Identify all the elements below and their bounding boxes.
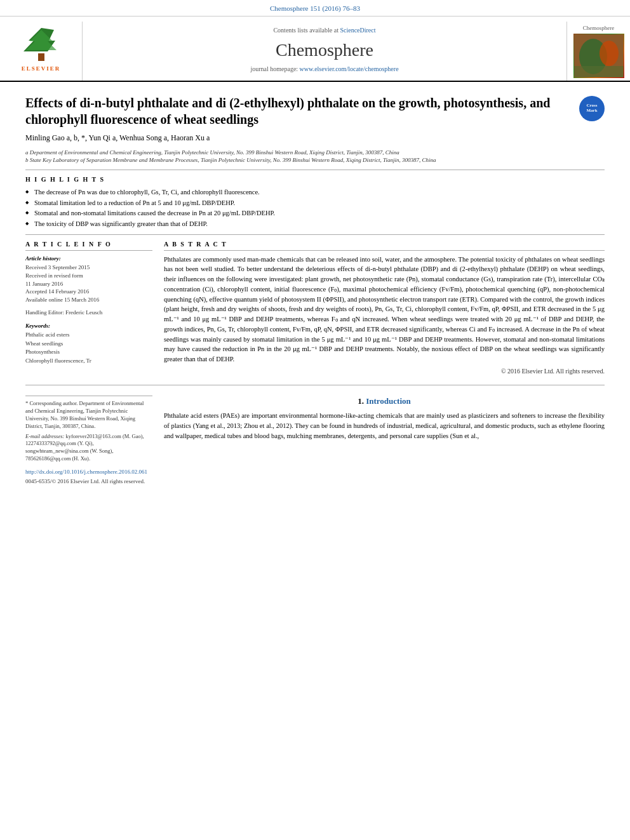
abstract-column: A B S T R A C T Phthalates are commonly … [164, 240, 605, 376]
page: Chemosphere 151 (2016) 76–83 ELSEVIER Co… [0, 0, 630, 840]
divider-3 [25, 385, 605, 385]
article-history: Article history: Received 3 September 20… [25, 255, 152, 304]
sciencedirect-link[interactable]: ScienceDirect [340, 27, 375, 34]
article-body: Effects of di-n-butyl phthalate and di (… [0, 82, 630, 498]
available-date: Available online 15 March 2016 [25, 296, 152, 304]
svg-rect-0 [38, 53, 44, 61]
sciencedirect-line: Contents lists available at ScienceDirec… [273, 26, 375, 35]
affiliations: a Department of Environmental and Chemic… [25, 149, 605, 164]
keyword-1: Phthalic acid esters [25, 331, 152, 340]
authors-text: Minling Gao a, b, *, Yun Qi a, Wenhua So… [25, 133, 210, 142]
journal-center-header: Contents lists available at ScienceDirec… [83, 22, 566, 81]
elsevier-logo: ELSEVIER [16, 25, 67, 73]
section-number-text: 1. [358, 396, 364, 406]
journal-homepage-line: journal homepage: www.elsevier.com/locat… [250, 65, 398, 74]
article-title: Effects of di-n-butyl phthalate and di (… [25, 95, 573, 128]
highlight-item: The toxicity of DBP was significantly gr… [25, 220, 605, 229]
section-heading: 1. Introduction [164, 396, 605, 407]
crossmark-badge[interactable]: CrossMark [579, 96, 605, 121]
revised-date: 11 January 2016 [25, 280, 152, 288]
affiliation-a: a Department of Environmental and Chemic… [25, 149, 605, 157]
svg-rect-6 [574, 66, 624, 77]
authors-line: Minling Gao a, b, *, Yun Qi a, Wenhua So… [25, 133, 605, 143]
email-label: E-mail addresses: [25, 433, 64, 439]
received-date: Received 3 September 2015 [25, 263, 152, 272]
highlights-list: The decrease of Pn was due to chlorophyl… [25, 188, 605, 229]
affiliation-b: b State Key Laboratory of Separation Mem… [25, 156, 605, 164]
keyword-3: Photosynthesis [25, 348, 152, 357]
handling-editor: Handling Editor: Frederic Leusch [25, 309, 152, 317]
keywords-section: Keywords: Phthalic acid esters Wheat see… [25, 322, 152, 366]
highlight-item: Stomatal limitation led to a reduction o… [25, 199, 605, 208]
publisher-logo-area: ELSEVIER [0, 22, 83, 81]
sciencedirect-text: Contents lists available at [273, 27, 340, 34]
citation-text: Chemosphere 151 (2016) 76–83 [270, 4, 360, 12]
journal-header: ELSEVIER Contents lists available at Sci… [0, 17, 630, 82]
highlights-section: H I G H L I G H T S The decrease of Pn w… [25, 175, 605, 229]
keyword-4: Chlorophyll fluorescence, Tr [25, 357, 152, 366]
journal-cover-area: Chemosphere [566, 22, 630, 81]
svg-point-5 [600, 41, 619, 66]
handling-editor-text: Handling Editor: Frederic Leusch [25, 309, 152, 317]
footnote-area: * Corresponding author. Department of En… [25, 396, 152, 463]
history-label: Article history: [25, 255, 152, 263]
revised-label: Received in revised form [25, 272, 152, 280]
crossmark-icon: CrossMark [579, 96, 605, 121]
journal-name: Chemosphere [276, 37, 373, 62]
homepage-text: journal homepage: [250, 65, 299, 72]
keyword-2: Wheat seedlings [25, 340, 152, 349]
journal-citation: Chemosphere 151 (2016) 76–83 [0, 0, 630, 17]
homepage-link[interactable]: www.elsevier.com/locate/chemosphere [300, 65, 399, 72]
divider-1 [25, 170, 605, 170]
email-line: E-mail addresses: kyforever2013@163.com … [25, 433, 152, 463]
issn-line: 0045-6535/© 2016 Elsevier Ltd. All right… [25, 477, 152, 486]
copyright-line: © 2016 Elsevier Ltd. All rights reserved… [164, 367, 605, 376]
introduction-section: * Corresponding author. Department of En… [25, 396, 605, 485]
journal-cover-image [573, 34, 624, 78]
abstract-title: A B S T R A C T [164, 240, 605, 251]
introduction-text-column: 1. Introduction Phthalate acid esters (P… [164, 396, 605, 485]
cover-label: Chemosphere [583, 24, 615, 32]
keywords-list: Phthalic acid esters Wheat seedlings Pho… [25, 331, 152, 365]
highlight-item: Stomatal and non-stomatal limitations ca… [25, 209, 605, 218]
introduction-paragraph: Phthalate acid esters (PAEs) are importa… [164, 411, 605, 441]
elsevier-label: ELSEVIER [22, 65, 61, 73]
elsevier-tree-icon [16, 25, 67, 63]
divider-2 [25, 234, 605, 235]
accepted-date: Accepted 14 February 2016 [25, 288, 152, 296]
section-link[interactable]: Introduction [366, 396, 411, 406]
keywords-label: Keywords: [25, 322, 152, 330]
highlights-title: H I G H L I G H T S [25, 175, 605, 184]
footnote-column: * Corresponding author. Department of En… [25, 396, 152, 485]
title-area: Effects of di-n-butyl phthalate and di (… [25, 95, 605, 128]
article-info-abstract: A R T I C L E I N F O Article history: R… [25, 240, 605, 376]
abstract-text: Phthalates are commonly used man-made ch… [164, 255, 605, 364]
article-info-column: A R T I C L E I N F O Article history: R… [25, 240, 152, 376]
corresponding-note: * Corresponding author. Department of En… [25, 400, 152, 430]
article-info-title: A R T I C L E I N F O [25, 240, 152, 251]
highlight-item: The decrease of Pn was due to chlorophyl… [25, 188, 605, 197]
doi-link[interactable]: http://dx.doi.org/10.1016/j.chemosphere.… [25, 468, 152, 476]
